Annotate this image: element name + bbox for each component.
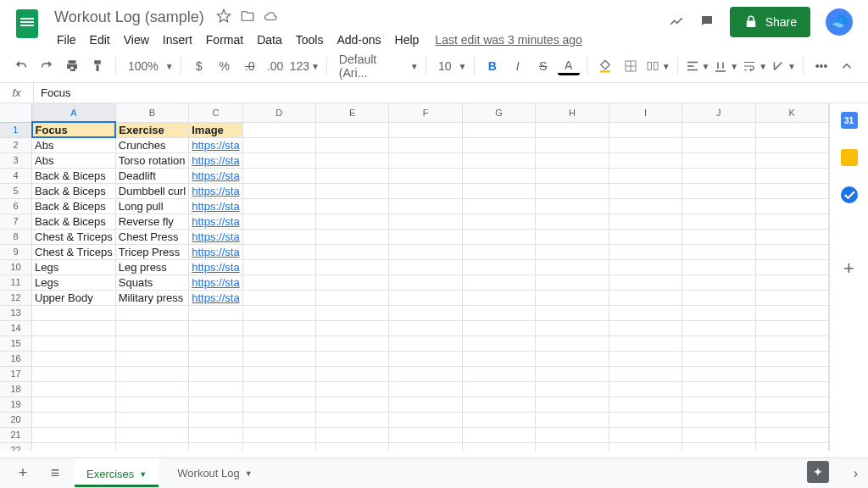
cell-F14[interactable] — [389, 320, 462, 336]
cell-B6[interactable]: Long pull — [115, 198, 188, 214]
row-header-5[interactable]: 5 — [0, 183, 32, 198]
menu-view[interactable]: View — [118, 30, 155, 50]
col-header-A[interactable]: A — [32, 103, 116, 122]
borders-button[interactable] — [620, 55, 642, 77]
cell-B20[interactable] — [115, 412, 188, 427]
cell-A11[interactable]: Legs — [32, 274, 116, 290]
col-header-E[interactable]: E — [316, 103, 389, 122]
cell-A6[interactable]: Back & Biceps — [32, 198, 116, 214]
cell-J16[interactable] — [682, 351, 755, 366]
cell-H2[interactable] — [536, 137, 609, 152]
cell-H1[interactable] — [536, 122, 609, 137]
cell-B4[interactable]: Deadlift — [115, 168, 188, 183]
row-header-21[interactable]: 21 — [0, 427, 32, 442]
cell-K16[interactable] — [755, 351, 828, 366]
rotate-button[interactable]: ▼ — [771, 55, 796, 77]
cell-A3[interactable]: Abs — [32, 152, 116, 168]
cell-B3[interactable]: Torso rotation — [115, 152, 188, 168]
cell-I19[interactable] — [609, 396, 682, 412]
row-header-18[interactable]: 18 — [0, 381, 32, 396]
cell-C5[interactable]: https://sta — [189, 183, 242, 198]
cell-D20[interactable] — [242, 412, 315, 427]
h-align-button[interactable]: ▼ — [685, 55, 710, 77]
select-all-corner[interactable] — [0, 103, 32, 122]
doc-title[interactable]: Workout Log (sample) — [51, 7, 208, 28]
cell-H11[interactable] — [536, 274, 609, 290]
cell-D17[interactable] — [242, 366, 315, 381]
decrease-decimal[interactable]: .0 — [239, 55, 261, 77]
cell-F4[interactable] — [389, 168, 462, 183]
cell-D15[interactable] — [242, 336, 315, 351]
cell-F12[interactable] — [389, 290, 462, 305]
col-header-B[interactable]: B — [115, 103, 188, 122]
cell-B9[interactable]: Tricep Press — [115, 244, 188, 259]
cell-F10[interactable] — [389, 259, 462, 274]
cell-G20[interactable] — [462, 412, 535, 427]
cell-G2[interactable] — [462, 137, 535, 152]
cell-G7[interactable] — [462, 214, 535, 229]
explore-button[interactable]: ✦ — [807, 461, 829, 483]
cell-F1[interactable] — [389, 122, 462, 137]
cell-J19[interactable] — [682, 396, 755, 412]
cell-H20[interactable] — [536, 412, 609, 427]
cell-E13[interactable] — [316, 305, 389, 320]
cell-J21[interactable] — [682, 427, 755, 442]
cell-E3[interactable] — [316, 152, 389, 168]
cell-G19[interactable] — [462, 396, 535, 412]
menu-addons[interactable]: Add-ons — [331, 30, 387, 50]
calendar-icon[interactable]: 31 — [841, 112, 858, 129]
cell-B2[interactable]: Crunches — [115, 137, 188, 152]
cell-F9[interactable] — [389, 244, 462, 259]
cell-H4[interactable] — [536, 168, 609, 183]
menu-tools[interactable]: Tools — [290, 30, 330, 50]
cell-C13[interactable] — [189, 305, 242, 320]
cell-J22[interactable] — [682, 442, 755, 451]
last-edit[interactable]: Last edit was 3 minutes ago — [435, 33, 582, 47]
cell-D18[interactable] — [242, 381, 315, 396]
row-header-20[interactable]: 20 — [0, 412, 32, 427]
cell-G10[interactable] — [462, 259, 535, 274]
cell-I11[interactable] — [609, 274, 682, 290]
cell-E11[interactable] — [316, 274, 389, 290]
cell-D11[interactable] — [242, 274, 315, 290]
row-header-15[interactable]: 15 — [0, 336, 32, 351]
cell-A12[interactable]: Upper Body — [32, 290, 116, 305]
cell-I8[interactable] — [609, 229, 682, 244]
cell-E17[interactable] — [316, 366, 389, 381]
cell-J5[interactable] — [682, 183, 755, 198]
cell-H10[interactable] — [536, 259, 609, 274]
cell-K20[interactable] — [755, 412, 828, 427]
cell-F21[interactable] — [389, 427, 462, 442]
cell-G14[interactable] — [462, 320, 535, 336]
tab-exercises[interactable]: Exercises▼ — [75, 459, 159, 487]
col-header-G[interactable]: G — [462, 103, 535, 122]
cell-K8[interactable] — [755, 229, 828, 244]
cell-A13[interactable] — [32, 305, 116, 320]
cell-J11[interactable] — [682, 274, 755, 290]
cell-E19[interactable] — [316, 396, 389, 412]
cell-G1[interactable] — [462, 122, 535, 137]
cell-C20[interactable] — [189, 412, 242, 427]
row-header-17[interactable]: 17 — [0, 366, 32, 381]
explore-trend-icon[interactable] — [669, 14, 684, 31]
cell-H7[interactable] — [536, 214, 609, 229]
cell-D8[interactable] — [242, 229, 315, 244]
cell-D12[interactable] — [242, 290, 315, 305]
cell-E21[interactable] — [316, 427, 389, 442]
tab-workout-log[interactable]: Workout Log▼ — [165, 460, 264, 486]
tab-dropdown-icon[interactable]: ▼ — [245, 469, 253, 478]
cell-G18[interactable] — [462, 381, 535, 396]
row-header-6[interactable]: 6 — [0, 198, 32, 214]
cell-A14[interactable] — [32, 320, 116, 336]
cell-E8[interactable] — [316, 229, 389, 244]
cell-I16[interactable] — [609, 351, 682, 366]
star-icon[interactable] — [216, 8, 231, 26]
cell-C4[interactable]: https://sta — [189, 168, 242, 183]
cell-J7[interactable] — [682, 214, 755, 229]
cell-K2[interactable] — [755, 137, 828, 152]
cell-C11[interactable]: https://sta — [189, 274, 242, 290]
fill-color-button[interactable] — [594, 55, 616, 77]
cell-H21[interactable] — [536, 427, 609, 442]
row-header-19[interactable]: 19 — [0, 396, 32, 412]
cell-J4[interactable] — [682, 168, 755, 183]
